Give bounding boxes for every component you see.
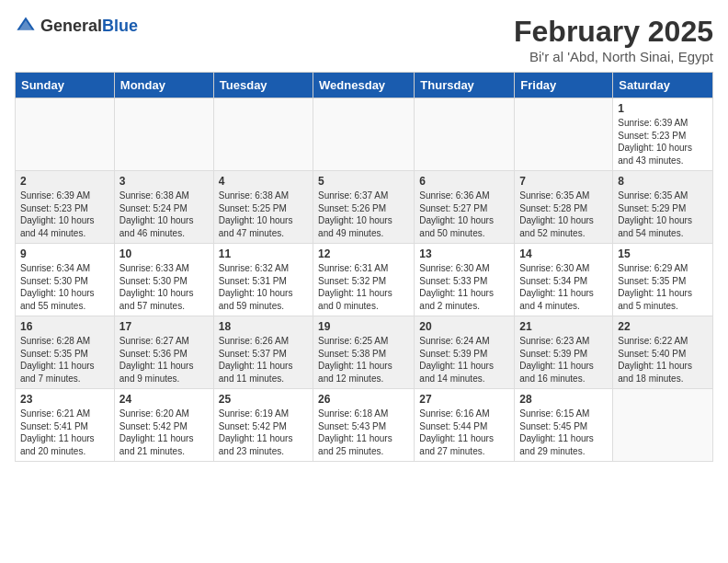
day-number: 11 xyxy=(219,247,308,260)
calendar-cell xyxy=(16,98,115,171)
calendar-cell: 7Sunrise: 6:35 AM Sunset: 5:28 PM Daylig… xyxy=(515,171,613,244)
calendar-cell: 9Sunrise: 6:34 AM Sunset: 5:30 PM Daylig… xyxy=(16,244,115,316)
day-number: 26 xyxy=(318,393,409,406)
calendar-cell: 4Sunrise: 6:38 AM Sunset: 5:25 PM Daylig… xyxy=(213,171,313,244)
day-number: 18 xyxy=(219,320,308,333)
calendar-cell: 18Sunrise: 6:26 AM Sunset: 5:37 PM Dayli… xyxy=(213,316,313,389)
day-number: 17 xyxy=(119,320,209,333)
calendar-cell xyxy=(515,98,613,171)
logo-general: General xyxy=(40,17,102,35)
day-info: Sunrise: 6:34 AM Sunset: 5:30 PM Dayligh… xyxy=(20,262,109,312)
calendar-cell: 26Sunrise: 6:18 AM Sunset: 5:43 PM Dayli… xyxy=(313,389,415,462)
calendar-cell xyxy=(613,389,713,462)
day-info: Sunrise: 6:27 AM Sunset: 5:36 PM Dayligh… xyxy=(119,335,209,385)
logo-icon xyxy=(15,15,37,37)
calendar-cell: 19Sunrise: 6:25 AM Sunset: 5:38 PM Dayli… xyxy=(313,316,415,389)
header-friday: Friday xyxy=(515,73,613,98)
day-info: Sunrise: 6:39 AM Sunset: 5:23 PM Dayligh… xyxy=(20,190,109,239)
day-info: Sunrise: 6:25 AM Sunset: 5:38 PM Dayligh… xyxy=(318,335,409,385)
calendar-cell: 14Sunrise: 6:30 AM Sunset: 5:34 PM Dayli… xyxy=(515,244,613,316)
calendar-cell: 8Sunrise: 6:35 AM Sunset: 5:29 PM Daylig… xyxy=(613,171,713,244)
day-info: Sunrise: 6:26 AM Sunset: 5:37 PM Dayligh… xyxy=(219,335,308,385)
day-info: Sunrise: 6:37 AM Sunset: 5:26 PM Dayligh… xyxy=(318,190,409,239)
calendar-cell: 15Sunrise: 6:29 AM Sunset: 5:35 PM Dayli… xyxy=(613,244,713,316)
calendar-cell xyxy=(415,98,515,171)
calendar-cell: 6Sunrise: 6:36 AM Sunset: 5:27 PM Daylig… xyxy=(415,171,515,244)
location-title: Bi'r al 'Abd, North Sinai, Egypt xyxy=(514,49,713,64)
calendar-cell: 10Sunrise: 6:33 AM Sunset: 5:30 PM Dayli… xyxy=(114,244,213,316)
calendar-cell: 27Sunrise: 6:16 AM Sunset: 5:44 PM Dayli… xyxy=(415,389,515,462)
calendar-cell: 12Sunrise: 6:31 AM Sunset: 5:32 PM Dayli… xyxy=(313,244,415,316)
day-number: 28 xyxy=(519,393,608,406)
month-title: February 2025 xyxy=(514,15,713,49)
day-info: Sunrise: 6:21 AM Sunset: 5:41 PM Dayligh… xyxy=(20,408,109,457)
day-info: Sunrise: 6:29 AM Sunset: 5:35 PM Dayligh… xyxy=(618,262,708,312)
calendar-week-4: 16Sunrise: 6:28 AM Sunset: 5:35 PM Dayli… xyxy=(16,316,713,389)
day-number: 23 xyxy=(20,393,109,406)
day-number: 1 xyxy=(618,102,708,115)
day-info: Sunrise: 6:28 AM Sunset: 5:35 PM Dayligh… xyxy=(20,335,109,385)
day-number: 24 xyxy=(119,393,209,406)
day-number: 8 xyxy=(618,175,708,188)
day-number: 16 xyxy=(20,320,109,333)
day-number: 7 xyxy=(519,175,608,188)
page-header: GeneralBlue February 2025 Bi'r al 'Abd, … xyxy=(15,15,713,64)
day-number: 12 xyxy=(318,247,409,260)
day-info: Sunrise: 6:24 AM Sunset: 5:39 PM Dayligh… xyxy=(419,335,509,385)
calendar-cell: 2Sunrise: 6:39 AM Sunset: 5:23 PM Daylig… xyxy=(16,171,115,244)
calendar-cell: 1Sunrise: 6:39 AM Sunset: 5:23 PM Daylig… xyxy=(613,98,713,171)
day-number: 22 xyxy=(618,320,708,333)
day-number: 21 xyxy=(519,320,608,333)
calendar-cell: 21Sunrise: 6:23 AM Sunset: 5:39 PM Dayli… xyxy=(515,316,613,389)
day-info: Sunrise: 6:16 AM Sunset: 5:44 PM Dayligh… xyxy=(419,408,509,457)
calendar-cell: 16Sunrise: 6:28 AM Sunset: 5:35 PM Dayli… xyxy=(16,316,115,389)
calendar-cell: 23Sunrise: 6:21 AM Sunset: 5:41 PM Dayli… xyxy=(16,389,115,462)
calendar-week-5: 23Sunrise: 6:21 AM Sunset: 5:41 PM Dayli… xyxy=(16,389,713,462)
header-sunday: Sunday xyxy=(16,73,115,98)
calendar-week-3: 9Sunrise: 6:34 AM Sunset: 5:30 PM Daylig… xyxy=(16,244,713,316)
day-info: Sunrise: 6:20 AM Sunset: 5:42 PM Dayligh… xyxy=(119,408,209,457)
calendar-cell: 24Sunrise: 6:20 AM Sunset: 5:42 PM Dayli… xyxy=(114,389,213,462)
day-info: Sunrise: 6:19 AM Sunset: 5:42 PM Dayligh… xyxy=(219,408,308,457)
calendar-cell xyxy=(213,98,313,171)
day-info: Sunrise: 6:39 AM Sunset: 5:23 PM Dayligh… xyxy=(618,117,708,167)
day-number: 27 xyxy=(419,393,509,406)
calendar-table: SundayMondayTuesdayWednesdayThursdayFrid… xyxy=(15,72,713,462)
calendar-header-row: SundayMondayTuesdayWednesdayThursdayFrid… xyxy=(16,73,713,98)
day-info: Sunrise: 6:35 AM Sunset: 5:29 PM Dayligh… xyxy=(618,190,708,239)
day-number: 4 xyxy=(219,175,308,188)
day-number: 10 xyxy=(119,247,209,260)
day-number: 14 xyxy=(519,247,608,260)
day-info: Sunrise: 6:32 AM Sunset: 5:31 PM Dayligh… xyxy=(219,262,308,312)
day-number: 6 xyxy=(419,175,509,188)
calendar-cell: 28Sunrise: 6:15 AM Sunset: 5:45 PM Dayli… xyxy=(515,389,613,462)
calendar-cell: 25Sunrise: 6:19 AM Sunset: 5:42 PM Dayli… xyxy=(213,389,313,462)
calendar-week-1: 1Sunrise: 6:39 AM Sunset: 5:23 PM Daylig… xyxy=(16,98,713,171)
day-number: 13 xyxy=(419,247,509,260)
calendar-week-2: 2Sunrise: 6:39 AM Sunset: 5:23 PM Daylig… xyxy=(16,171,713,244)
logo-blue: Blue xyxy=(102,17,138,35)
day-info: Sunrise: 6:18 AM Sunset: 5:43 PM Dayligh… xyxy=(318,408,409,457)
calendar-cell: 20Sunrise: 6:24 AM Sunset: 5:39 PM Dayli… xyxy=(415,316,515,389)
day-number: 9 xyxy=(20,247,109,260)
day-info: Sunrise: 6:36 AM Sunset: 5:27 PM Dayligh… xyxy=(419,190,509,239)
day-info: Sunrise: 6:35 AM Sunset: 5:28 PM Dayligh… xyxy=(519,190,608,239)
header-tuesday: Tuesday xyxy=(213,73,313,98)
day-number: 20 xyxy=(419,320,509,333)
header-wednesday: Wednesday xyxy=(313,73,415,98)
calendar-cell: 5Sunrise: 6:37 AM Sunset: 5:26 PM Daylig… xyxy=(313,171,415,244)
day-info: Sunrise: 6:31 AM Sunset: 5:32 PM Dayligh… xyxy=(318,262,409,312)
calendar-cell xyxy=(114,98,213,171)
header-monday: Monday xyxy=(114,73,213,98)
day-number: 5 xyxy=(318,175,409,188)
calendar-cell: 3Sunrise: 6:38 AM Sunset: 5:24 PM Daylig… xyxy=(114,171,213,244)
calendar-cell: 17Sunrise: 6:27 AM Sunset: 5:36 PM Dayli… xyxy=(114,316,213,389)
logo: GeneralBlue xyxy=(15,15,138,37)
day-number: 25 xyxy=(219,393,308,406)
day-number: 2 xyxy=(20,175,109,188)
title-block: February 2025 Bi'r al 'Abd, North Sinai,… xyxy=(514,15,713,64)
day-info: Sunrise: 6:33 AM Sunset: 5:30 PM Dayligh… xyxy=(119,262,209,312)
day-number: 15 xyxy=(618,247,708,260)
day-info: Sunrise: 6:30 AM Sunset: 5:34 PM Dayligh… xyxy=(519,262,608,312)
calendar-cell xyxy=(313,98,415,171)
